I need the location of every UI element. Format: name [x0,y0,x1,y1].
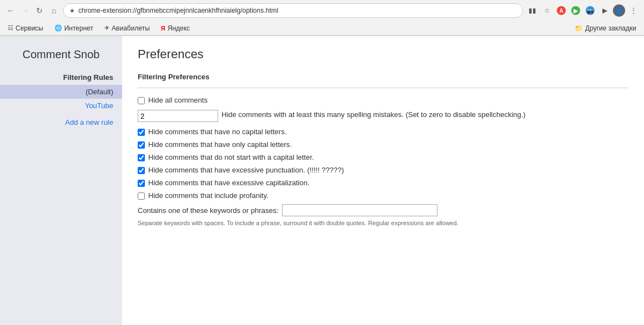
browser-actions: ▮▮ ☆ A ▶ 📷 ▶ 👤 ⋮ [526,4,640,17]
browser-chrome: ← → ↻ ⌂ ★ chrome-extension://gfbnmebccmi… [0,0,644,36]
divider [138,88,628,88]
hide-all-label[interactable]: Hide all comments [148,96,208,104]
bookmark-services[interactable]: ☷ Сервисы [4,23,47,33]
bookmark-avia-label: Авиабилеты [112,24,150,32]
bookmarks-other-label: Другие закладки [585,24,636,32]
cast-button[interactable]: ▮▮ [526,4,539,17]
bookmark-yandex[interactable]: Я Яндекс [158,23,193,33]
profile-icon: 👤 [613,4,625,17]
keywords-hint: Separate keywords with spaces. To includ… [138,220,628,226]
address-bar[interactable]: ★ chrome-extension://gfbnmebccmipejnnlca… [63,3,523,18]
keywords-row: Contains one of these keywords or phrase… [138,204,628,216]
checkbox-label-profanity[interactable]: Hide comments that include profanity. [148,191,269,200]
checkboxes-container: Hide comments that have no capital lette… [138,128,628,200]
profile-button[interactable]: 👤 [613,4,625,17]
page-title: Preferences [138,47,628,62]
keywords-label: Contains one of these keywords or phrase… [138,206,279,215]
bookmarks-bar: ☷ Сервисы 🌐 Интернет ✈ Авиабилеты Я Янде… [0,21,644,35]
checkbox-label-only-capitals[interactable]: Hide comments that have only capital let… [148,140,292,149]
checkbox-row-no-start-capital: Hide comments that do not start with a c… [138,153,628,161]
page-layout: Comment Snob Filtering Rules (Default) Y… [0,36,644,325]
bookmark-star-button[interactable]: ☆ [541,4,553,17]
internet-icon: 🌐 [54,24,62,32]
keywords-input[interactable] [282,204,437,216]
add-new-rule-link[interactable]: Add a new rule [0,113,122,132]
bookmark-internet-label: Интернет [64,24,93,32]
forward-button[interactable]: → [19,4,31,17]
bookmark-internet[interactable]: 🌐 Интернет [51,23,97,33]
bookmark-yandex-label: Яндекс [168,24,190,32]
filtering-preferences-title: Filtering Preferences [138,73,628,81]
checkbox-profanity[interactable] [138,192,145,200]
checkbox-only-capitals[interactable] [138,141,145,149]
sidebar-app-title: Comment Snob [0,42,122,70]
ext2-icon: ▶ [571,6,580,15]
menu-button[interactable]: ⋮ [627,4,640,17]
spelling-input[interactable] [138,110,218,122]
checkbox-row-profanity: Hide comments that include profanity. [138,191,628,200]
adblock-button[interactable]: A [555,4,567,17]
checkbox-label-excessive-punct[interactable]: Hide comments that have excessive punctu… [148,166,344,174]
sidebar: Comment Snob Filtering Rules (Default) Y… [0,36,122,325]
sidebar-section-title: Filtering Rules [0,70,122,85]
hide-all-checkbox[interactable] [138,97,145,104]
address-text: chrome-extension://gfbnmebccmipejnnlcaen… [78,7,517,14]
checkbox-excessive-caps[interactable] [138,180,145,187]
checkbox-excessive-punct[interactable] [138,167,145,174]
bookmark-services-label: Сервисы [16,24,43,32]
sidebar-item-default[interactable]: (Default) [0,85,122,99]
checkbox-row-only-capitals: Hide comments that have only capital let… [138,140,628,149]
home-button[interactable]: ⌂ [48,4,60,17]
back-button[interactable]: ← [4,4,17,17]
bookmark-avia[interactable]: ✈ Авиабилеты [101,23,153,33]
browser-top-bar: ← → ↻ ⌂ ★ chrome-extension://gfbnmebccmi… [0,0,644,21]
adblock-icon: A [557,6,566,15]
main-content: Preferences Filtering Preferences Hide a… [122,36,644,325]
yandex-icon: Я [161,25,165,32]
extension-icon: ★ [69,7,75,14]
reload-button[interactable]: ↻ [33,4,46,17]
nav-buttons: ← → ↻ ⌂ [4,4,60,17]
ext2-button[interactable]: ▶ [570,4,582,17]
ext3-button[interactable]: 📷 [584,4,596,17]
bookmarks-other[interactable]: 📁 Другие закладки [571,23,640,33]
avia-icon: ✈ [104,24,109,32]
bookmarks-folder-icon: 📁 [575,24,583,32]
checkbox-no-capitals[interactable] [138,129,145,136]
checkbox-no-start-capital[interactable] [138,154,145,161]
spelling-desc: Hide comments with at least this many sp… [222,110,526,120]
spelling-row: Hide comments with at least this many sp… [138,110,628,122]
sidebar-item-youtube[interactable]: YouTube [0,99,122,113]
checkbox-label-no-start-capital[interactable]: Hide comments that do not start with a c… [148,153,314,161]
checkbox-row-no-capitals: Hide comments that have no capital lette… [138,128,628,136]
ext3-icon: 📷 [586,6,595,15]
checkbox-row-excessive-punct: Hide comments that have excessive punctu… [138,166,628,174]
ext4-button[interactable]: ▶ [598,4,611,17]
checkbox-row-excessive-caps: Hide comments that have excessive capita… [138,179,628,187]
checkbox-label-no-capitals[interactable]: Hide comments that have no capital lette… [148,128,286,136]
checkbox-label-excessive-caps[interactable]: Hide comments that have excessive capita… [148,179,309,187]
services-icon: ☷ [8,24,13,32]
hide-all-row: Hide all comments [138,96,628,104]
